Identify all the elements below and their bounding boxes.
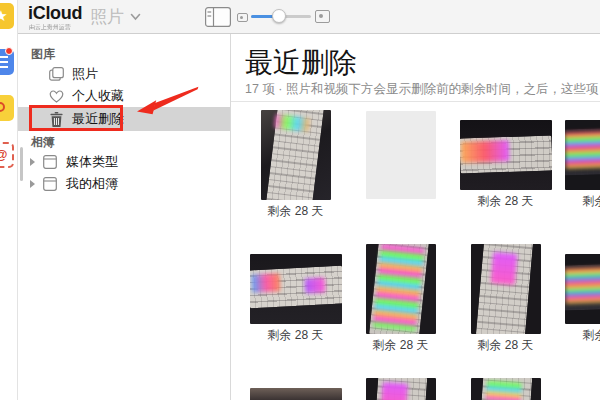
rgb-light-glow xyxy=(565,130,600,170)
photo-cell[interactable]: 剩余 28 天 xyxy=(453,236,558,370)
photo-thumbnail xyxy=(565,120,600,190)
rgb-light-glow xyxy=(565,265,600,303)
days-remaining-label: 剩余 28 天 xyxy=(477,338,533,352)
photo-thumbnail xyxy=(250,388,342,400)
days-remaining-label: 剩余 28 天 xyxy=(477,194,533,208)
rgb-light-glow xyxy=(252,273,281,293)
scrollbar-thumb[interactable] xyxy=(20,147,23,181)
album-icon xyxy=(42,176,58,192)
rgb-light-glow xyxy=(304,277,325,293)
days-remaining-label: 剩余 28 天 xyxy=(582,328,600,342)
photo-thumbnail xyxy=(565,254,600,324)
page-subtitle: 17 项 · 照片和视频下方会显示删除前的剩余时间，之后，这些项目将被 xyxy=(245,81,600,97)
days-remaining-label: 剩余 28 天 xyxy=(267,204,323,218)
heart-icon xyxy=(48,88,64,104)
trash-icon xyxy=(48,111,64,127)
page-header: 最近删除 17 项 · 照片和视频下方会显示删除前的剩余时间，之后，这些项目将被 xyxy=(231,34,600,102)
news-lines xyxy=(0,56,8,69)
photo-cell[interactable] xyxy=(348,102,453,236)
rgb-light-glow xyxy=(483,380,522,400)
weibo-glyph xyxy=(0,102,5,112)
photo-cell[interactable]: 剩余 28 天 xyxy=(243,236,348,370)
sidebar-item-label: 最近删除 xyxy=(72,110,124,128)
sidebar-item-label: 媒体类型 xyxy=(66,153,118,171)
sidebar-item-label: 照片 xyxy=(72,65,98,83)
photo-cell[interactable]: 剩余 28 天 xyxy=(453,102,558,236)
sidebar-section-label: 相簿 xyxy=(31,135,230,149)
chevron-down-icon[interactable] xyxy=(130,13,141,21)
photo-cell[interactable]: 剩余 28 天 xyxy=(558,236,600,370)
zoom-slider-handle[interactable] xyxy=(272,9,286,23)
photo-thumbnail xyxy=(366,378,436,400)
sidebar-section-label: 图库 xyxy=(31,47,230,61)
photo-thumbnail xyxy=(261,110,331,200)
app-title-photos[interactable]: 照片 xyxy=(90,5,124,28)
mail-at-icon[interactable]: @ xyxy=(0,142,14,168)
main-content: 最近删除 17 项 · 照片和视频下方会显示删除前的剩余时间，之后，这些项目将被… xyxy=(231,34,600,400)
sidebar-item-album[interactable]: 媒体类型 xyxy=(18,151,230,173)
star-bookmark-icon[interactable]: ★ xyxy=(0,3,14,29)
days-remaining-label: 剩余 28 天 xyxy=(582,194,600,208)
browser-bookmark-strip: ★ @ xyxy=(0,0,18,400)
notification-badge xyxy=(5,47,13,55)
photo-cell[interactable] xyxy=(348,370,453,400)
photo-cell[interactable]: 剩余 28 天 xyxy=(558,102,600,236)
rgb-light-glow xyxy=(372,244,424,331)
photo-thumbnail xyxy=(250,254,342,324)
album-icon xyxy=(42,154,58,170)
photo-thumbnail xyxy=(471,378,541,400)
photo-placeholder xyxy=(366,111,436,199)
photo-cell[interactable]: 剩余 28 天 xyxy=(348,236,453,370)
sidebar-item-photos[interactable]: 照片 xyxy=(18,63,230,85)
disclosure-triangle-icon[interactable] xyxy=(30,158,35,166)
rgb-light-glow xyxy=(461,140,510,163)
disclosure-triangle-icon[interactable] xyxy=(30,180,35,188)
news-feed-icon[interactable] xyxy=(0,49,14,75)
rgb-light-glow xyxy=(490,252,516,285)
sidebar: 图库照片个人收藏最近删除相簿媒体类型我的相簿 xyxy=(18,34,231,400)
zoom-out-thumbnail-icon[interactable] xyxy=(237,13,248,22)
photo-grid: 剩余 28 天剩余 28 天剩余 28 天剩余 28 天剩余 28 天剩余 28… xyxy=(243,102,600,400)
icloud-operator-note: 由云上贵州运营 xyxy=(29,23,71,32)
photo-thumbnail xyxy=(460,120,552,190)
zoom-in-thumbnail-icon[interactable] xyxy=(315,10,330,23)
sidebar-toggle-icon[interactable] xyxy=(205,7,231,27)
icloud-logo[interactable]: iCloud xyxy=(28,3,82,24)
photo-thumbnail xyxy=(471,244,541,334)
days-remaining-label: 剩余 28 天 xyxy=(372,338,428,352)
sidebar-sections: 图库照片个人收藏最近删除相簿媒体类型我的相簿 xyxy=(18,47,230,195)
photo-cell[interactable] xyxy=(453,370,558,400)
photos-icon xyxy=(48,66,64,82)
sidebar-item-album[interactable]: 我的相簿 xyxy=(18,173,230,195)
toolbar: iCloud 由云上贵州运营 照片 xyxy=(18,0,600,34)
sidebar-item-label: 个人收藏 xyxy=(72,87,124,105)
sidebar-item-label: 我的相簿 xyxy=(66,175,118,193)
photo-cell[interactable]: 剩余 28 天 xyxy=(243,102,348,236)
sidebar-item-trash[interactable]: 最近删除 xyxy=(18,107,230,131)
rgb-light-glow xyxy=(382,383,409,400)
sidebar-item-heart[interactable]: 个人收藏 xyxy=(18,85,230,107)
photo-cell[interactable] xyxy=(243,370,348,400)
days-remaining-label: 剩余 28 天 xyxy=(267,328,323,342)
page-title: 最近删除 xyxy=(245,46,600,79)
photo-thumbnail xyxy=(366,244,436,334)
weibo-icon[interactable] xyxy=(0,95,14,121)
